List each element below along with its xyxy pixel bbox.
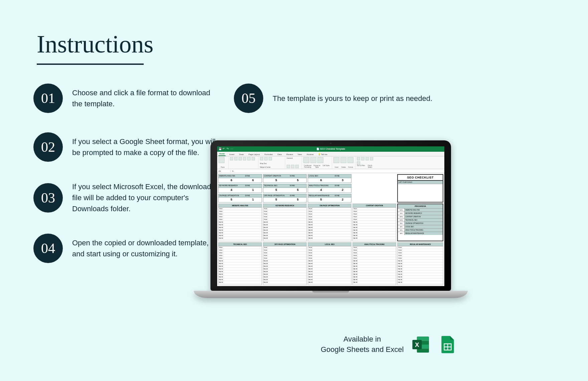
step-text-04: Open the copied or downloaded template, … [72,237,220,259]
title-underline [37,64,144,65]
conditional-formatting-icon[interactable] [303,157,309,163]
ribbon-cells: Insert Delete Format [332,156,355,169]
availability-text: Available in Google Sheets and Excel [321,334,404,355]
clear-icon[interactable] [365,157,369,160]
metric-local-seo: LOCAL SEODONE 63 [308,174,351,183]
tab-formulas[interactable]: Formulas [264,153,273,156]
seo-checklist-sub: LIST YOUR GOALS [398,181,443,184]
checklist-website-analysis: WEBSITE ANALYSIS TRUETRUETRUETRUETRUEFAL… [218,204,262,241]
tab-view[interactable]: View [297,153,303,156]
step-text-03: If you select Microsoft Excel, the downl… [72,181,220,214]
step-badge-05: 05 [234,84,263,113]
step-badge-04: 04 [33,234,63,263]
merge-center-button[interactable]: Merge & Center [260,166,284,168]
step-02: 02 If you select a Google Sheet format, … [33,132,220,162]
tab-data[interactable]: Data [277,153,282,156]
metric-regular-maintenance: REGULAR MAINTENANCEDONE 52 [308,194,351,203]
bold-icon[interactable] [230,157,233,160]
underline-icon[interactable] [239,157,242,160]
tab-draw[interactable]: Draw [239,153,245,156]
delete-cells-icon[interactable] [340,157,346,163]
number-format-dropdown[interactable]: General [287,157,300,159]
excel-icon: X [412,335,430,354]
metric-content-creation: CONTENT CREATIONDONE 55 [263,174,307,183]
metric-analytics-tracking: ANALYTICS & TRACKINGDONE 42 [308,184,351,193]
name-box[interactable]: A1 [217,170,231,172]
tab-page-layout[interactable]: Page Layout [248,153,261,156]
laptop-mockup: 💾 ↶ ↷ ⋯ 📄 SEO Checklist Template Home In… [210,140,451,298]
wrap-text-button[interactable]: Wrap Text [260,163,284,164]
step-03: 03 If you select Microsoft Excel, the do… [33,181,220,214]
paste-icon[interactable] [218,157,225,163]
steps-list: 01 Choose and click a file format to dow… [33,84,220,282]
checklist-analytics-tracking: ANALYTICS & TRACKING TRUETRUETRUETRUETRU… [352,242,396,285]
step-05: 05 The template is yours to keep or prin… [234,84,441,113]
fat-label: Format as Table [313,165,321,168]
tab-acrobat[interactable]: Acrobat [306,153,314,156]
excel-ribbon-tabs: Home Insert Draw Page Layout Formulas Da… [217,152,444,156]
tab-review[interactable]: Review [286,153,294,156]
ribbon-styles: Conditional Formatting Format as Table C… [302,156,332,169]
find-select-icon[interactable] [357,161,360,165]
align-icon[interactable] [260,157,263,160]
tab-home[interactable]: Home [218,152,226,156]
page-title: Instructions [37,30,153,58]
laptop-base [194,291,468,298]
format-cells-icon[interactable] [347,157,353,163]
ribbon-editing: Sort & Filter Find & Select [355,156,376,169]
svg-text:X: X [415,341,419,348]
find-label: Find & Select [366,165,374,168]
align-icon3[interactable] [269,157,272,160]
italic-icon[interactable] [234,157,238,160]
step-04: 04 Open the copied or downloaded templat… [33,234,220,263]
step-badge-02: 02 [33,132,63,162]
step-01: 01 Choose and click a file format to dow… [33,84,220,113]
undo-icon[interactable]: ↶ [223,148,225,150]
fx-icon[interactable]: fx [231,170,235,172]
checklist-technical-seo: TECHNICAL SEO TRUETRUETRUETRUETRUEFALSEF… [218,242,262,285]
currency-icon[interactable] [287,165,290,168]
cell-styles-icon[interactable] [317,157,323,163]
redo-icon[interactable]: ↷ [227,148,229,150]
cond-fmt-label: Conditional Formatting [303,165,312,168]
format-as-table-icon[interactable] [310,157,316,163]
metric-offpage-optimization: OFF-PAGE OPTIMIZATIONDONE 55 [263,194,307,203]
excel-sheet: WEBSITE ANALYSISDONE 66 CONTENT CREATION… [217,173,444,286]
more-icon[interactable]: ⋯ [231,148,233,150]
fill-icon[interactable] [361,157,364,160]
step-badge-03: 03 [33,183,63,213]
seo-checklist-title: SEO CHECKLIST [398,175,443,181]
checklist-offpage-optimization: OFF-PAGE OPTIMIZATION TRUETRUETRUETRUETR… [263,242,307,285]
percent-icon[interactable] [291,165,294,168]
excel-formula-bar: A1 fx [217,169,444,173]
tell-me[interactable]: 💡 Tell me [317,152,328,156]
metric-keyword-research: KEYWORD RESEARCHDONE 41 [218,184,262,193]
metric-onpage-optimization: ON-PAGE OPTIMIZATIONDONE 51 [218,194,262,203]
autosum-icon[interactable] [357,157,360,160]
cellstyles-label: Cell Styles [322,165,330,168]
comma-icon[interactable] [295,165,299,168]
insert-cells-icon[interactable] [333,157,339,163]
tab-insert[interactable]: Insert [229,153,235,156]
checklist-content-creation: CONTENT CREATION TRUETRUETRUETRUETRUEFAL… [352,204,396,241]
laptop-bezel: 💾 ↶ ↷ ⋯ 📄 SEO Checklist Template Home In… [210,140,451,291]
step-badge-01: 01 [33,84,63,113]
step-text-02: If you select a Google Sheet format, you… [72,136,220,158]
font-color-icon[interactable] [252,157,255,160]
fill-color-icon[interactable] [247,157,251,160]
ribbon-clipboard: Paste [217,156,229,169]
laptop-camera [330,143,331,144]
excel-ribbon: Paste [217,156,444,169]
step-text-05: The template is yours to keep or print a… [273,93,432,104]
border-icon[interactable] [243,157,246,160]
metric-technical-seo: TECHNICAL SEODONE 55 [263,184,307,193]
format-label: Format [347,166,354,168]
sort-filter-icon[interactable] [370,157,373,160]
laptop-notch [312,291,349,293]
insert-label: Insert [333,166,340,168]
save-icon[interactable]: 💾 [218,148,221,150]
delete-label: Delete [340,166,347,168]
align-icon2[interactable] [264,157,268,160]
step-text-01: Choose and click a file format to downlo… [72,87,220,109]
excel-titlebar: 💾 ↶ ↷ ⋯ 📄 SEO Checklist Template [217,146,444,152]
